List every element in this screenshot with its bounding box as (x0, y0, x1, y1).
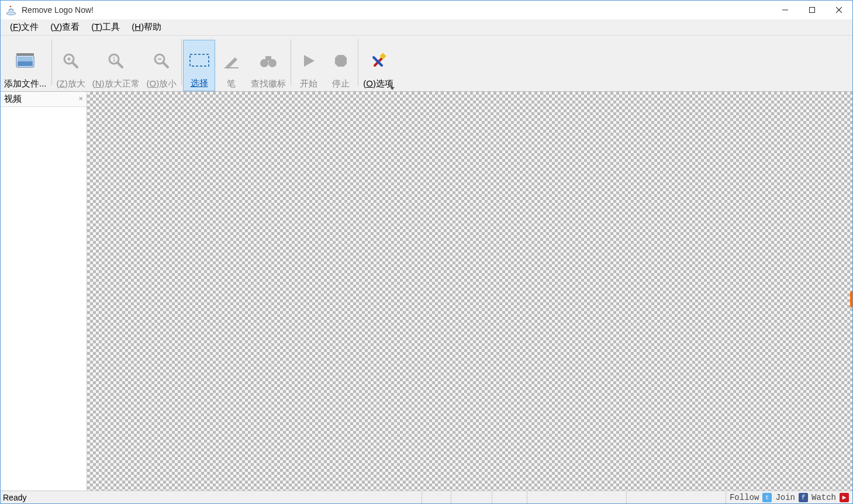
select-tool-button[interactable]: 选择 (183, 40, 215, 91)
facebook-icon[interactable]: f (799, 493, 808, 502)
toolbar-label: 添加文件... (4, 78, 47, 89)
toolbar-label: (O)放小 (147, 78, 177, 89)
zoom-in-button[interactable]: (Z)放大 (53, 40, 89, 91)
close-button[interactable] (826, 1, 852, 19)
menu-help[interactable]: (H)帮助 (126, 20, 167, 34)
canvas-viewport[interactable] (87, 92, 852, 491)
join-link[interactable]: Join (775, 493, 795, 502)
menu-view[interactable]: (V)查看 (44, 20, 85, 34)
follow-link[interactable]: Follow (730, 493, 759, 502)
toolbar-label: 选择 (191, 78, 208, 88)
toolbar-label: (N)放大正常 (92, 78, 140, 89)
social-links: Follow t Join f Watch ▶ (726, 491, 852, 503)
title-bar: Remove Logo Now! (1, 1, 852, 19)
twitter-icon[interactable]: t (762, 493, 772, 502)
toolbar-label: 笔 (227, 78, 236, 89)
pen-icon (223, 49, 240, 73)
toolbar-label: (Z)放大 (57, 78, 85, 89)
pen-tool-button[interactable]: 笔 (215, 40, 247, 91)
maximize-button[interactable] (799, 1, 826, 19)
menu-file[interactable]: (F)文件 (4, 20, 44, 34)
close-icon[interactable]: × (78, 94, 83, 103)
start-button[interactable]: 开始 (292, 40, 324, 91)
side-panel-body (1, 107, 87, 491)
svg-line-18 (163, 63, 168, 67)
side-panel: 视频 × (1, 92, 87, 491)
svg-point-1 (10, 6, 12, 8)
minimize-button[interactable] (772, 1, 799, 19)
zoom-normal-button[interactable]: 1 (N)放大正常 (89, 40, 143, 91)
find-logo-button[interactable]: 查找徽标 (247, 40, 289, 91)
toolbar-label: 停止 (332, 78, 350, 89)
stop-button[interactable]: 停止 (324, 40, 357, 91)
svg-text:1: 1 (112, 56, 116, 63)
side-tab-label: 视频 (4, 94, 22, 105)
svg-rect-24 (265, 56, 271, 61)
svg-point-0 (6, 12, 16, 15)
toolbar-label: 查找徽标 (251, 78, 286, 89)
options-icon (370, 49, 386, 73)
toolbar: 添加文件... (Z)放大 1 (N)放大正常 (O)放小 (1, 36, 852, 92)
zoom-in-icon (63, 49, 79, 73)
options-dropdown-caret[interactable] (390, 87, 395, 90)
svg-line-15 (118, 63, 122, 67)
status-cell (527, 491, 626, 503)
status-cell (451, 491, 492, 503)
status-cell (626, 491, 726, 503)
binoculars-icon (259, 49, 278, 73)
side-tab-video[interactable]: 视频 × (1, 92, 87, 107)
svg-line-11 (72, 63, 77, 67)
svg-rect-3 (810, 8, 815, 13)
status-bar: Ready Follow t Join f Watch ▶ (1, 491, 852, 503)
zoom-out-button[interactable]: (O)放小 (143, 40, 181, 91)
add-files-button[interactable]: 添加文件... (1, 40, 50, 91)
status-ready: Ready (1, 491, 30, 503)
zoom-out-icon (153, 49, 170, 73)
window-controls (772, 1, 852, 19)
svg-rect-8 (18, 57, 33, 61)
options-button[interactable]: (O)选项 (360, 40, 397, 91)
toolbar-label: (O)选项 (363, 78, 393, 89)
zoom-normal-icon: 1 (108, 49, 124, 73)
add-files-icon (15, 49, 35, 73)
app-icon (5, 4, 17, 16)
stop-icon (334, 49, 348, 73)
watch-link[interactable]: Watch (811, 493, 836, 502)
status-cell (492, 491, 527, 503)
youtube-icon[interactable]: ▶ (840, 493, 849, 502)
toolbar-label: 开始 (300, 78, 317, 89)
svg-rect-20 (190, 54, 209, 66)
play-icon (302, 49, 316, 73)
window-title: Remove Logo Now! (22, 5, 94, 15)
status-cell (422, 491, 451, 503)
menu-bar: (F)文件 (V)查看 (T)工具 (H)帮助 (1, 19, 852, 36)
content-area: 视频 × (1, 92, 852, 491)
select-rect-icon (188, 49, 210, 72)
svg-rect-9 (16, 53, 34, 56)
menu-tools[interactable]: (T)工具 (85, 20, 126, 34)
